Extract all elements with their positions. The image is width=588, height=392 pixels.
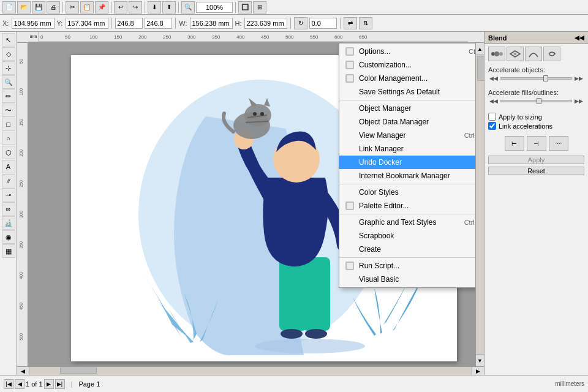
- reset-button[interactable]: Reset: [488, 167, 584, 175]
- sep-rot: [290, 18, 291, 29]
- blend-rotate-icon[interactable]: [543, 47, 560, 61]
- crop-tool[interactable]: ⊹: [2, 61, 15, 75]
- slider-left-arrow[interactable]: ◀◀: [488, 75, 499, 81]
- menu-item-create[interactable]: Create▶: [339, 243, 475, 256]
- menu-item-customization[interactable]: Customization...: [339, 58, 475, 72]
- blend-steps-icon[interactable]: [488, 47, 505, 61]
- menu-label-visual-basic: Visual Basic: [359, 275, 399, 284]
- apply-sizing-row: Apply to sizing: [488, 113, 584, 121]
- fills-slider-left[interactable]: ◀◀: [488, 98, 499, 104]
- zoom-in-btn[interactable]: 🔍: [181, 1, 195, 13]
- menu-item-options[interactable]: Options...Ctrl+J: [339, 45, 475, 58]
- blend-expand-icon[interactable]: ◀◀: [575, 34, 584, 41]
- blend-end-btn[interactable]: ⊣: [527, 136, 546, 151]
- slider-right-arrow[interactable]: ▶▶: [573, 75, 584, 81]
- width-input[interactable]: [190, 18, 233, 29]
- menu-item-save-settings[interactable]: Save Settings As Default: [339, 85, 475, 99]
- print-btn[interactable]: 🖨: [47, 1, 60, 13]
- blend-tool[interactable]: ∞: [2, 202, 15, 216]
- text-tool[interactable]: A: [2, 160, 15, 173]
- fill-tool[interactable]: ◉: [2, 230, 15, 244]
- menu-item-link-manager[interactable]: Link Manager: [339, 142, 475, 156]
- copy-btn[interactable]: 📋: [80, 1, 94, 13]
- apply-sizing-checkbox[interactable]: [488, 113, 496, 121]
- svg-text:400: 400: [19, 272, 23, 279]
- rotation-btn[interactable]: ↻: [294, 17, 307, 29]
- link-accel-checkbox[interactable]: [488, 122, 496, 130]
- menu-item-internet-bookmark[interactable]: Internet Bookmark Manager: [339, 169, 475, 183]
- menu-item-run-script[interactable]: Run Script...: [339, 259, 475, 273]
- y-input[interactable]: 157.304 mm: [66, 18, 108, 29]
- select-tool[interactable]: ↖: [2, 33, 15, 47]
- apply-button[interactable]: Apply: [488, 156, 584, 164]
- new-btn[interactable]: 📄: [2, 1, 16, 13]
- v-ruler-svg: 50 100 150 200 250 300 350 400 450 500: [17, 43, 28, 366]
- grid-btn[interactable]: ⊞: [253, 1, 266, 13]
- smart-draw-tool[interactable]: 〜: [2, 104, 15, 117]
- eyedropper-tool[interactable]: 🔬: [2, 216, 15, 230]
- next-page-btn[interactable]: ▶: [44, 379, 54, 389]
- menu-item-undo-docker[interactable]: Undo Docker: [339, 156, 475, 169]
- blend-color-icon[interactable]: [507, 47, 524, 61]
- undo-btn[interactable]: ↩: [114, 1, 127, 13]
- content-area: mm 0 50 100 150 200 250 300 350 400 450 …: [17, 32, 484, 375]
- accel-objects-slider[interactable]: [500, 77, 572, 80]
- canvas[interactable]: Options...Ctrl+JCustomization...Color Ma…: [28, 43, 475, 366]
- menu-item-scrapbook[interactable]: Scrapbook▶: [339, 229, 475, 243]
- h-input[interactable]: [145, 18, 172, 29]
- polygon-tool[interactable]: ⬡: [2, 146, 15, 159]
- shape-tool[interactable]: ◇: [2, 47, 15, 61]
- blend-path-btn[interactable]: 〰: [549, 136, 568, 151]
- menu-shortcut-options: Ctrl+J: [459, 48, 475, 55]
- accel-fills-slider[interactable]: [500, 100, 572, 102]
- menu-item-palette-editor[interactable]: Palette Editor...: [339, 199, 475, 213]
- accel-fills-label: Accelerate fills/outlines:: [488, 89, 584, 96]
- rectangle-tool[interactable]: □: [2, 118, 15, 131]
- parallel-tool[interactable]: ⫽: [2, 174, 15, 187]
- status-separator: |: [71, 380, 73, 388]
- menu-item-color-styles[interactable]: Color Styles: [339, 186, 475, 199]
- apply-sizing-label: Apply to sizing: [499, 113, 542, 121]
- connector-tool[interactable]: ⊸: [2, 188, 15, 202]
- export-btn[interactable]: ⬆: [162, 1, 176, 13]
- paste-btn[interactable]: 📌: [95, 1, 108, 13]
- open-btn[interactable]: 📂: [17, 1, 31, 13]
- menu-item-view-manager[interactable]: View ManagerCtrl+F2: [339, 129, 475, 142]
- zoom-input[interactable]: 100%: [196, 2, 233, 13]
- ellipse-tool[interactable]: ○: [2, 132, 15, 145]
- zoom-tool[interactable]: 🔍: [2, 75, 15, 89]
- prev-page-btn[interactable]: ◀: [15, 379, 24, 389]
- menu-label-view-manager: View Manager: [359, 131, 406, 140]
- menu-label-internet-bookmark: Internet Bookmark Manager: [359, 172, 450, 180]
- menu-label-color-styles: Color Styles: [359, 188, 399, 197]
- svg-text:500: 500: [285, 34, 294, 40]
- menu-label-palette-editor: Palette Editor...: [359, 202, 409, 210]
- snap-btn[interactable]: 🔲: [238, 1, 252, 13]
- x-input[interactable]: 104.956 mm: [12, 18, 55, 29]
- mirror-v-btn[interactable]: ⇅: [359, 17, 372, 29]
- w-input[interactable]: [115, 18, 143, 29]
- fills-slider-right[interactable]: ▶▶: [573, 98, 584, 104]
- menu-item-graphic-text-styles[interactable]: Graphic and Text StylesCtrl+F5: [339, 216, 475, 229]
- save-btn[interactable]: 💾: [32, 1, 45, 13]
- first-page-btn[interactable]: |◀: [4, 379, 13, 389]
- menu-sep-sep1: [339, 100, 475, 100]
- import-btn[interactable]: ⬇: [148, 1, 161, 13]
- interactive-fill[interactable]: ▦: [2, 244, 15, 258]
- redo-btn[interactable]: ↪: [129, 1, 142, 13]
- menu-item-color-management[interactable]: Color Management...: [339, 72, 475, 85]
- menu-item-object-manager[interactable]: Object Manager: [339, 102, 475, 115]
- blend-start-btn[interactable]: ⊢: [505, 136, 524, 151]
- blend-direction-icon[interactable]: [525, 47, 542, 61]
- menu-item-visual-basic[interactable]: Visual Basic▶: [339, 273, 475, 286]
- rotation-input[interactable]: [309, 18, 337, 29]
- menu-item-object-data[interactable]: Object Data Manager: [339, 115, 475, 129]
- height-input[interactable]: [244, 18, 287, 29]
- last-page-btn[interactable]: ▶|: [55, 379, 65, 389]
- cut-btn[interactable]: ✂: [66, 1, 79, 13]
- vertical-scrollbar[interactable]: ▲ ▼: [475, 43, 484, 366]
- mirror-h-btn[interactable]: ⇄: [344, 17, 357, 29]
- svg-text:600: 600: [334, 34, 343, 40]
- freehand-tool[interactable]: ✏: [2, 89, 15, 103]
- svg-text:350: 350: [212, 34, 221, 40]
